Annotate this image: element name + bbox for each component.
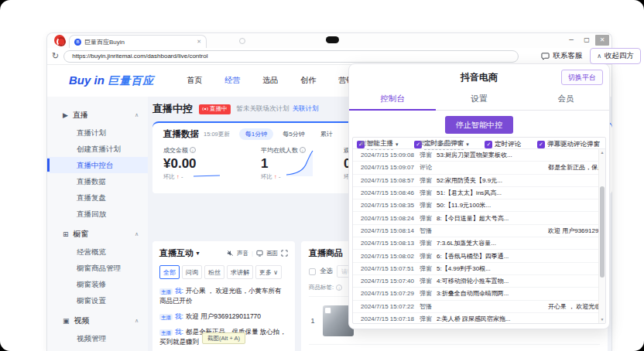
minimize-icon[interactable]: ─ xyxy=(564,35,578,46)
cell-type: 弹窗 xyxy=(420,289,437,298)
stat-compare: 环比 ↑ - xyxy=(163,173,197,181)
product-checkbox[interactable] xyxy=(324,307,331,314)
scrollbar-thumb[interactable] xyxy=(600,186,605,278)
sidebar-item-创建直播计划[interactable]: 创建直播计划 xyxy=(47,141,148,157)
nav-item-选品[interactable]: 选品 xyxy=(262,75,278,86)
sidebar-group-label: 直播 xyxy=(73,110,88,121)
table-scrollbar[interactable]: ▲ ▼ xyxy=(598,149,605,323)
table-row[interactable]: 2024/7/15 15:08:35弹窗50:【11.9元100米... xyxy=(353,199,605,212)
chevron-up-icon[interactable]: ∧ xyxy=(135,318,139,324)
browser-logo-icon[interactable] xyxy=(54,35,65,46)
chat-tab-更多 ∨[interactable]: 更多 ∨ xyxy=(255,265,282,279)
logo-text-cn: 巨量百应 xyxy=(108,74,154,87)
table-row[interactable]: 2024/7/15 15:09:08弹窗53:厨房刀架置物架案板收... xyxy=(353,149,605,162)
url-input[interactable]: https://buyin.jinritemai.com/dashboard/l… xyxy=(63,50,519,63)
switch-platform-button[interactable]: 切换平台 xyxy=(561,70,603,85)
cell-product: 4:可移动滑轮小推车置物... xyxy=(437,277,548,285)
sidebar-item-视频管理[interactable]: 视频管理 xyxy=(47,330,148,346)
sidebar-group-橱窗[interactable]: ⊞橱窗∧ xyxy=(47,225,148,244)
sidebar-group-label: 视频 xyxy=(74,315,90,326)
scroll-up-icon[interactable]: ▲ xyxy=(599,149,605,156)
compare-value: - xyxy=(180,173,183,180)
sidebar-item-直播复盘[interactable]: 直播复盘 xyxy=(47,189,148,206)
cell-product: 8:【今日送量】超大号高... xyxy=(437,214,548,223)
cell-type: 弹窗 xyxy=(420,151,437,159)
table-row[interactable]: 2024/7/15 15:07:22智播开心果 ， 欢迎光临, xyxy=(353,301,605,313)
scroll-down-icon[interactable]: ▼ xyxy=(599,316,605,323)
cell-product: 7:3.6L加蒸笼大容量... xyxy=(437,239,548,247)
screen-icon[interactable] xyxy=(256,250,263,257)
data-card-title: 直播数据 xyxy=(163,128,199,140)
interval-tab-每1分钟[interactable]: 每1分钟 xyxy=(239,128,273,140)
close-icon[interactable]: ✕ xyxy=(595,35,609,46)
cell-time: 2024/7/15 15:07:29 xyxy=(361,290,420,297)
nav-item-首页[interactable]: 首页 xyxy=(187,75,202,86)
chat-tab-全部[interactable]: 全部 xyxy=(159,265,180,279)
sidebar-item-直播中控台[interactable]: 直播中控台 xyxy=(47,157,148,173)
sound-tool-label[interactable]: 声音 xyxy=(237,250,248,257)
sidebar-group-视频[interactable]: ▣视频∧ xyxy=(47,312,148,330)
tab-close-icon[interactable]: ✕ xyxy=(197,39,201,45)
table-row[interactable]: 2024/7/15 15:08:02弹窗6:【香氛马桶垫】四季通... xyxy=(353,250,605,262)
window-controls: ─ ▢ ✕ xyxy=(564,35,609,46)
buyin-logo[interactable]: Buy in 巨量百应 xyxy=(69,73,154,88)
overlay-tab-控制台[interactable]: 控制台 xyxy=(349,90,436,110)
select-all-checkbox[interactable] xyxy=(309,268,316,275)
overlay-tab-会员[interactable]: 会员 xyxy=(522,90,609,110)
caret-down-icon[interactable]: ▼ xyxy=(195,250,200,256)
sidebar-item-直播数据[interactable]: 直播数据 xyxy=(47,173,148,189)
cell-type: 弹窗 xyxy=(420,239,437,247)
cell-type: 弹窗 xyxy=(420,176,437,185)
maximize-icon[interactable]: ▢ xyxy=(580,35,594,46)
browser-tab[interactable]: B 巨量百应Buyin ✕ xyxy=(69,35,207,48)
contact-support-button[interactable]: 联系客服 xyxy=(541,51,582,61)
sidebar-item-直播计划[interactable]: 直播计划 xyxy=(47,124,148,141)
table-row[interactable]: 2024/7/15 15:07:40弹窗4:可移动滑轮小推车置物... xyxy=(353,275,605,288)
contact-support-label: 联系客服 xyxy=(553,51,582,61)
chat-tab-问询[interactable]: 问询 xyxy=(182,265,202,279)
chevron-up-icon[interactable]: ∧ xyxy=(135,112,139,118)
page-title: 直播中控 xyxy=(152,102,193,116)
table-row[interactable]: 2024/7/15 15:07:29弹窗3:折叠全自动雨伞晴雨两... xyxy=(353,288,605,300)
sidebar-item-橱窗设置[interactable]: 橱窗设置 xyxy=(47,292,148,308)
sidebar-item-直播回放[interactable]: 直播回放 xyxy=(47,206,148,222)
table-row[interactable]: 2024/7/15 15:08:14智播欢迎 用户93691290 xyxy=(353,225,605,237)
table-row[interactable]: 2024/7/15 15:07:51弹窗5:【4.99到手30根... xyxy=(353,263,605,275)
table-row[interactable]: 2024/7/15 15:08:13弹窗7:3.6L加蒸笼大容量... xyxy=(353,237,605,250)
cell-product: 3:折叠全自动雨伞晴雨两... xyxy=(437,289,548,298)
nav-item-创作[interactable]: 创作 xyxy=(300,75,316,86)
table-row[interactable]: 2024/7/15 15:07:18弹窗2:美人桥 踩屎感民宿家拖... xyxy=(353,313,605,323)
douyin-ecommerce-panel: 抖音电商 切换平台 控制台设置会员 停止智能中控 ✓智能主播▾✓定时多品弹窗▾✓… xyxy=(348,63,610,329)
reload-icon[interactable]: ↻ xyxy=(52,51,59,61)
live-badge-text: 直播中 xyxy=(210,105,228,113)
table-row[interactable]: 2024/7/15 15:09:07评论都是全新正品，保质 xyxy=(353,162,605,174)
secondary-tab-icon[interactable] xyxy=(239,38,245,44)
interval-tab-每5分钟[interactable]: 每5分钟 xyxy=(276,128,310,140)
stop-smart-control-button[interactable]: 停止智能中控 xyxy=(445,116,513,134)
table-row[interactable]: 2024/7/15 15:08:57弹窗52:家用防烫夹【9.9元... xyxy=(353,175,605,187)
cell-type: 智播 xyxy=(420,227,437,235)
screen-tool-label[interactable]: 画面 xyxy=(266,250,278,257)
sidebar-item-经营概览[interactable]: 经营概览 xyxy=(47,244,148,260)
sidebar-item-橱窗装修[interactable]: 橱窗装修 xyxy=(47,276,148,292)
product-row[interactable]: 2 xyxy=(309,345,600,351)
chevron-up-icon[interactable]: ∧ xyxy=(135,231,139,237)
table-row[interactable]: 2024/7/15 15:08:24弹窗8:【今日送量】超大号高... xyxy=(353,212,605,224)
table-row[interactable]: 2024/7/15 15:08:46弹窗51:【君太太】ins风高... xyxy=(353,187,605,199)
cell-comment: 都是全新正品，保质 xyxy=(548,163,605,172)
cell-time: 2024/7/15 15:07:18 xyxy=(361,315,420,322)
url-text: https://buyin.jinritemai.com/dashboard/l… xyxy=(72,53,207,60)
mute-icon[interactable] xyxy=(227,250,234,257)
expand-icon[interactable] xyxy=(281,250,288,257)
chat-tab-求讲解[interactable]: 求讲解 xyxy=(227,265,253,279)
link-plan-button[interactable]: 关联计划 xyxy=(293,104,319,114)
sidebar-item-橱窗商品管理[interactable]: 橱窗商品管理 xyxy=(47,260,148,276)
collapse-sifang-button[interactable]: ∧ 收起四方 xyxy=(590,48,641,64)
tab-title: 巨量百应Buyin xyxy=(84,38,194,46)
speaker-name: 我: xyxy=(175,312,183,320)
chat-tab-粉丝[interactable]: 粉丝 xyxy=(204,265,224,279)
nav-item-经营[interactable]: 经营 xyxy=(224,75,240,86)
interval-tab-累计[interactable]: 累计 xyxy=(314,128,339,140)
overlay-tab-设置[interactable]: 设置 xyxy=(436,90,522,110)
sidebar-group-直播[interactable]: ▶直播∧ xyxy=(47,106,148,124)
